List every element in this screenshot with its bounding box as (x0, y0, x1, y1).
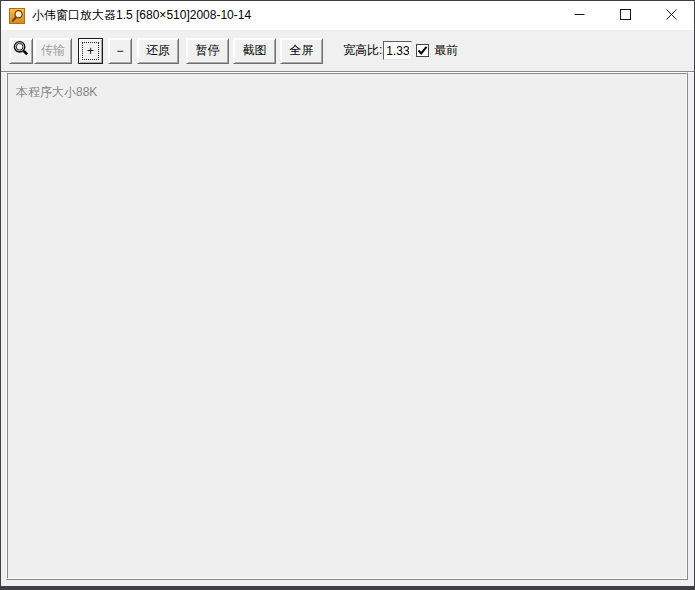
transfer-button-label: 传输 (41, 42, 65, 59)
title-bar: 小伟窗口放大器1.5 [680×510]2008-10-14 (1, 1, 694, 30)
zoom-in-button[interactable]: + (78, 38, 103, 64)
pause-button[interactable]: 暂停 (186, 38, 229, 64)
caption-buttons (556, 1, 694, 30)
minimize-button[interactable] (556, 1, 602, 30)
magnifier-app-icon (9, 8, 25, 24)
zoom-out-button[interactable]: − (108, 38, 132, 64)
fullscreen-button-label: 全屏 (290, 42, 314, 59)
maximize-icon (620, 8, 631, 23)
app-window: 小伟窗口放大器1.5 [680×510]2008-10-14 (0, 0, 695, 590)
magnifier-icon (12, 40, 30, 61)
aspect-ratio-label: 宽高比: (343, 42, 382, 59)
pause-button-label: 暂停 (196, 42, 220, 59)
toolbar: 传输 + − 还原 暂停 截图 全屏 宽高比: (1, 30, 694, 72)
fullscreen-button[interactable]: 全屏 (280, 38, 323, 64)
transfer-button[interactable]: 传输 (34, 38, 72, 64)
maximize-button[interactable] (602, 1, 648, 30)
zoom-out-button-label: − (116, 44, 123, 58)
restore-button[interactable]: 还原 (137, 38, 179, 64)
screenshot-button[interactable]: 截图 (233, 38, 276, 64)
close-button[interactable] (648, 1, 694, 30)
topmost-label: 最前 (434, 42, 458, 59)
topmost-checkbox[interactable] (416, 44, 429, 57)
aspect-ratio-input[interactable] (383, 41, 412, 60)
magnify-button[interactable] (9, 38, 33, 64)
screenshot-button-label: 截图 (243, 42, 267, 59)
minimize-icon (574, 8, 585, 23)
window-title: 小伟窗口放大器1.5 [680×510]2008-10-14 (32, 7, 251, 24)
zoom-in-button-label: + (87, 44, 94, 58)
checkmark-icon (417, 42, 428, 60)
magnifier-view: 本程序大小88K (7, 73, 687, 579)
status-message: 本程序大小88K (16, 85, 97, 99)
close-icon (666, 8, 677, 23)
restore-button-label: 还原 (146, 42, 170, 59)
magnifier-view-panel: 本程序大小88K (6, 72, 688, 580)
aspect-ratio-group: 宽高比: 最前 (343, 41, 458, 60)
